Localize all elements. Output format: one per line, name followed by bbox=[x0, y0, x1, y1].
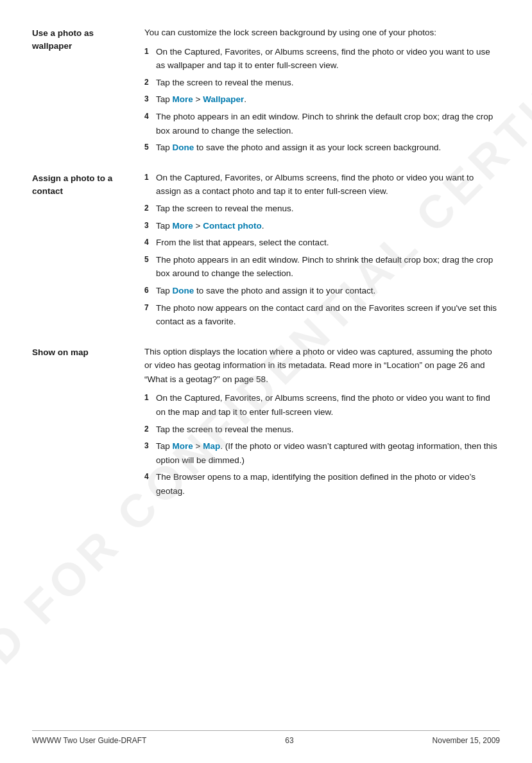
step-number: 5 bbox=[144, 253, 156, 266]
step-item: 1On the Captured, Favorites, or Albums s… bbox=[144, 171, 500, 198]
step-item: 1On the Captured, Favorites, or Albums s… bbox=[144, 391, 500, 419]
footer: WWWW Two User Guide-DRAFT 63 November 15… bbox=[32, 730, 500, 745]
step-text: Tap Done to save the photo and assign it… bbox=[156, 284, 500, 298]
step-text: Tap the screen to reveal the menus. bbox=[156, 423, 500, 437]
step-number: 2 bbox=[144, 76, 156, 89]
inline-link: More bbox=[173, 94, 193, 104]
step-number: 2 bbox=[144, 202, 156, 215]
step-text: On the Captured, Favorites, or Albums sc… bbox=[156, 45, 500, 73]
step-text: The Browser opens to a map, identifying … bbox=[156, 470, 500, 498]
step-number: 7 bbox=[144, 301, 156, 314]
step-item: 3Tap More > Map. (If the photo or video … bbox=[144, 439, 500, 467]
footer-page-number: 63 bbox=[285, 736, 293, 745]
step-number: 5 bbox=[144, 141, 156, 153]
step-item: 4The Browser opens to a map, identifying… bbox=[144, 470, 500, 498]
step-item: 2Tap the screen to reveal the menus. bbox=[144, 76, 500, 90]
step-text: The photo now appears on the contact car… bbox=[156, 301, 500, 329]
step-number: 4 bbox=[144, 236, 156, 249]
step-item: 1On the Captured, Favorites, or Albums s… bbox=[144, 45, 500, 73]
step-text: On the Captured, Favorites, or Albums sc… bbox=[156, 391, 500, 419]
step-item: 5The photo appears in an edit window. Pi… bbox=[144, 253, 500, 281]
section-use-as-wallpaper: Use a photo as wallpaperYou can customiz… bbox=[32, 26, 500, 158]
section-assign-photo: Assign a photo to a contact1On the Captu… bbox=[32, 171, 500, 332]
step-number: 1 bbox=[144, 391, 156, 404]
section-content-show-on-map: This option displays the location where … bbox=[144, 345, 500, 502]
step-text: Tap More > Contact photo. bbox=[156, 219, 500, 233]
step-number: 2 bbox=[144, 423, 156, 435]
step-item: 4From the list that appears, select the … bbox=[144, 236, 500, 250]
step-number: 4 bbox=[144, 110, 156, 123]
step-item: 5Tap Done to save the photo and assign i… bbox=[144, 141, 500, 155]
section-intro-use-as-wallpaper: You can customize the lock screen backgr… bbox=[144, 26, 500, 40]
section-heading-show-on-map: Show on map bbox=[32, 347, 89, 357]
step-item: 4The photo appears in an edit window. Pi… bbox=[144, 110, 500, 137]
inline-link: More bbox=[173, 441, 193, 451]
inline-link: Done bbox=[173, 143, 194, 152]
step-text: On the Captured, Favorites, or Albums sc… bbox=[156, 171, 500, 198]
step-item: 2Tap the screen to reveal the menus. bbox=[144, 423, 500, 437]
section-heading-use-as-wallpaper: Use a photo as wallpaper bbox=[32, 28, 94, 51]
footer-right: November 15, 2009 bbox=[433, 736, 500, 745]
sections-container: Use a photo as wallpaperYou can customiz… bbox=[32, 26, 500, 502]
step-item: 3Tap More > Contact photo. bbox=[144, 219, 500, 233]
section-content-assign-photo: 1On the Captured, Favorites, or Albums s… bbox=[144, 171, 500, 332]
inline-link: Map bbox=[203, 441, 220, 451]
section-intro-show-on-map: This option displays the location where … bbox=[144, 345, 500, 387]
inline-link: More bbox=[173, 221, 193, 231]
step-text: Tap the screen to reveal the menus. bbox=[156, 76, 500, 90]
step-number: 3 bbox=[144, 92, 156, 105]
steps-list-assign-photo: 1On the Captured, Favorites, or Albums s… bbox=[144, 171, 500, 329]
step-item: 3Tap More > Wallpaper. bbox=[144, 92, 500, 107]
step-text: The photo appears in an edit window. Pin… bbox=[156, 253, 500, 281]
step-text: Tap More > Map. (If the photo or video w… bbox=[156, 439, 500, 467]
section-label-use-as-wallpaper: Use a photo as wallpaper bbox=[32, 26, 144, 158]
page: PREPARED FOR CONFIDENTIAL CERTIFICATION … bbox=[0, 0, 532, 763]
step-number: 4 bbox=[144, 470, 156, 483]
step-text: Tap More > Wallpaper. bbox=[156, 92, 500, 107]
section-label-assign-photo: Assign a photo to a contact bbox=[32, 171, 144, 332]
step-text: Tap the screen to reveal the menus. bbox=[156, 202, 500, 216]
step-number: 3 bbox=[144, 439, 156, 452]
step-item: 6Tap Done to save the photo and assign i… bbox=[144, 284, 500, 298]
section-content-use-as-wallpaper: You can customize the lock screen backgr… bbox=[144, 26, 500, 158]
step-text: Tap Done to save the photo and assign it… bbox=[156, 141, 500, 155]
steps-list-use-as-wallpaper: 1On the Captured, Favorites, or Albums s… bbox=[144, 45, 500, 155]
step-text: From the list that appears, select the c… bbox=[156, 236, 500, 250]
step-text: The photo appears in an edit window. Pin… bbox=[156, 110, 500, 137]
inline-link: Contact photo bbox=[203, 221, 261, 231]
inline-link: Wallpaper bbox=[203, 94, 244, 104]
section-heading-assign-photo: Assign a photo to a contact bbox=[32, 173, 112, 196]
step-number: 1 bbox=[144, 171, 156, 184]
steps-list-show-on-map: 1On the Captured, Favorites, or Albums s… bbox=[144, 391, 500, 498]
section-show-on-map: Show on mapThis option displays the loca… bbox=[32, 345, 500, 502]
section-label-show-on-map: Show on map bbox=[32, 345, 144, 502]
footer-left: WWWW Two User Guide-DRAFT bbox=[32, 736, 146, 745]
inline-link: Done bbox=[173, 286, 194, 295]
step-number: 6 bbox=[144, 284, 156, 297]
step-number: 3 bbox=[144, 219, 156, 232]
step-item: 7The photo now appears on the contact ca… bbox=[144, 301, 500, 329]
step-number: 1 bbox=[144, 45, 156, 58]
step-item: 2Tap the screen to reveal the menus. bbox=[144, 202, 500, 216]
